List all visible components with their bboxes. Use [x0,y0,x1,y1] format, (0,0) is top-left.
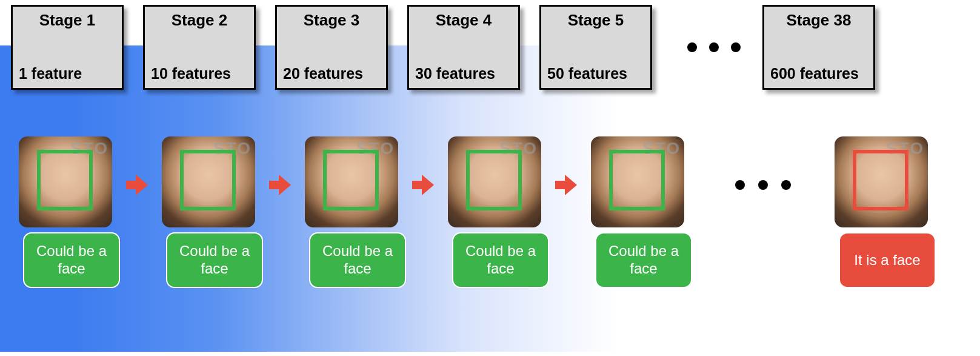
stage-title: Stage 3 [281,12,382,29]
stage-features: 10 features [148,65,250,82]
stage-box-4: Stage 4 30 features [407,5,520,90]
face-column-4: Could be a face [440,136,549,288]
face-image [448,136,541,227]
ellipsis-icon [678,5,750,90]
face-column-5: Could be a face [583,136,692,288]
stage-features: 600 features [768,65,870,82]
face-image [305,136,398,227]
stage-features: 20 features [281,65,382,82]
detection-box-icon [853,150,908,210]
arrow-right-icon [553,175,579,195]
detection-box-icon [37,150,93,210]
stage-features: 50 features [545,65,647,82]
detection-box-icon [466,150,522,210]
arrow-right-icon [410,175,436,195]
verdict-badge: Could be a face [595,232,692,288]
stage-title: Stage 2 [148,12,250,29]
cascade-row: Could be a face Could be a face Could be… [11,136,980,288]
detection-box-icon [609,150,665,210]
face-image [19,136,112,227]
stage-header-row: Stage 1 1 feature Stage 2 10 features St… [11,5,980,90]
face-column-1: Could be a face [11,136,120,288]
stage-box-5: Stage 5 50 features [539,5,652,90]
stage-box-final: Stage 38 600 features [762,5,875,90]
stage-box-3: Stage 3 20 features [275,5,388,90]
arrow-right-icon [124,175,150,195]
verdict-badge: Could be a face [23,232,120,288]
verdict-badge: Could be a face [309,232,406,288]
face-column-3: Could be a face [297,136,406,288]
verdict-badge: Could be a face [166,232,263,288]
stage-title: Stage 1 [16,12,118,29]
verdict-badge: Could be a face [452,232,549,288]
stage-title: Stage 4 [413,12,515,29]
stage-features: 1 feature [16,65,118,82]
stage-box-2: Stage 2 10 features [143,5,256,90]
stage-features: 30 features [413,65,515,82]
face-image [162,136,255,227]
face-image [835,136,928,227]
detection-box-icon [323,150,379,210]
face-image [591,136,684,227]
face-column-final: It is a face [827,136,936,288]
arrow-right-icon [267,175,293,195]
detection-box-icon [180,150,236,210]
stage-title: Stage 38 [768,12,870,29]
stage-box-1: Stage 1 1 feature [11,5,124,90]
verdict-badge-final: It is a face [839,232,936,288]
face-column-2: Could be a face [154,136,263,288]
ellipsis-icon [718,180,808,190]
stage-title: Stage 5 [545,12,647,29]
